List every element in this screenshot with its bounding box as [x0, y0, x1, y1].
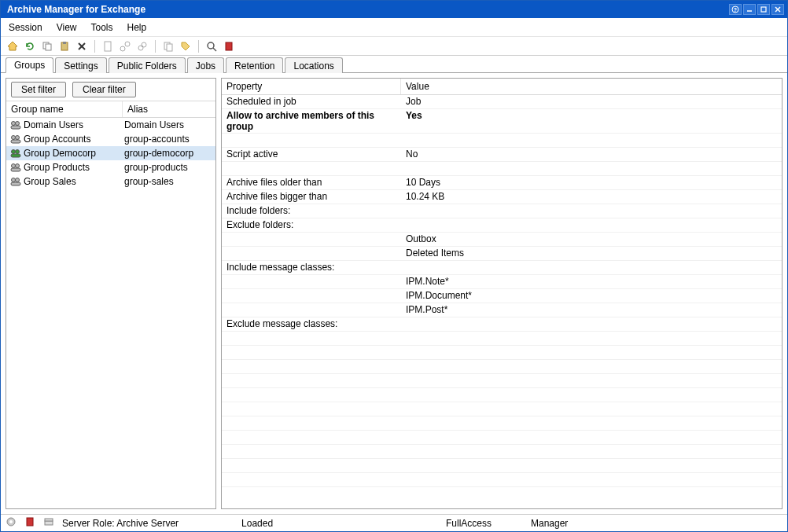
tab-locations[interactable]: Locations — [285, 57, 342, 73]
status-loaded: Loaded — [241, 518, 281, 529]
help-button[interactable]: ? — [729, 4, 742, 15]
status-bar: Server Role: Archive Server Loaded FullA… — [1, 514, 787, 531]
property-name: Allow to archive members of this group — [222, 109, 401, 133]
header-group-name[interactable]: Group name — [6, 101, 123, 117]
link2-icon[interactable] — [135, 39, 149, 53]
property-row — [222, 388, 782, 402]
property-value — [401, 204, 782, 218]
search-icon[interactable] — [204, 39, 219, 53]
svg-rect-40 — [27, 518, 33, 526]
property-name — [222, 289, 401, 303]
tab-settings[interactable]: Settings — [55, 57, 106, 73]
set-filter-button[interactable]: Set filter — [11, 82, 66, 97]
minimize-button[interactable] — [743, 4, 756, 15]
header-property[interactable]: Property — [222, 79, 401, 94]
property-row — [222, 374, 782, 388]
toolbar-separator — [198, 40, 199, 53]
property-name — [222, 162, 401, 175]
app-window: Archive Manager for Exchange ? Session V… — [0, 0, 788, 532]
group-name: Group Products — [24, 162, 124, 173]
group-icon — [9, 119, 22, 131]
paste-icon[interactable] — [57, 39, 72, 53]
toolbar — [1, 37, 787, 56]
property-row — [222, 346, 782, 360]
property-row: Outbox — [222, 233, 782, 247]
svg-text:?: ? — [734, 7, 737, 13]
refresh-icon[interactable] — [23, 39, 37, 53]
property-row: Archive files bigger than10.24 KB — [222, 190, 782, 204]
property-name: Exclude message classes: — [222, 317, 401, 331]
menu-view[interactable]: View — [57, 22, 77, 33]
menu-tools[interactable]: Tools — [91, 22, 113, 33]
tab-label: Jobs — [196, 61, 215, 72]
header-alias[interactable]: Alias — [123, 101, 215, 117]
menu-bar: Session View Tools Help — [1, 18, 787, 37]
tab-retention[interactable]: Retention — [226, 57, 283, 73]
group-row[interactable]: Domain UsersDomain Users — [6, 118, 215, 132]
property-value — [401, 332, 782, 345]
property-row: Archive files older than10 Days — [222, 176, 782, 190]
newdoc-icon[interactable] — [101, 39, 115, 53]
svg-point-20 — [208, 42, 214, 49]
property-value — [401, 346, 782, 359]
tag-icon[interactable] — [179, 39, 193, 53]
property-name: Include folders: — [222, 204, 401, 218]
svg-rect-25 — [11, 126, 20, 129]
menu-session[interactable]: Session — [9, 22, 42, 33]
svg-point-36 — [16, 178, 20, 182]
delete-icon[interactable] — [75, 39, 89, 53]
docs-icon[interactable] — [161, 39, 175, 53]
svg-point-33 — [16, 164, 20, 168]
property-value: Outbox — [401, 233, 782, 246]
group-row[interactable]: Group Accountsgroup-accounts — [6, 132, 215, 146]
tab-public-folders[interactable]: Public Folders — [109, 57, 186, 73]
close-button[interactable] — [771, 4, 784, 15]
property-name — [222, 360, 401, 373]
property-row — [222, 416, 782, 431]
property-value: IPM.Post* — [401, 303, 782, 317]
group-row[interactable]: Group Salesgroup-sales — [6, 174, 215, 189]
status-gear-icon — [6, 516, 17, 530]
filter-row: Set filter Clear filter — [6, 79, 215, 101]
tab-groups[interactable]: Groups — [6, 57, 53, 73]
property-name — [222, 473, 401, 486]
group-name: Group Accounts — [24, 134, 124, 145]
toolbar-separator — [94, 40, 95, 53]
svg-rect-12 — [105, 42, 111, 51]
toolbar-separator — [155, 40, 156, 53]
property-value — [401, 261, 782, 274]
home-icon[interactable] — [6, 39, 20, 53]
maximize-button[interactable] — [757, 4, 770, 15]
svg-rect-41 — [45, 521, 53, 525]
svg-rect-9 — [63, 42, 66, 44]
copy-icon[interactable] — [40, 39, 54, 53]
svg-point-14 — [125, 42, 130, 46]
group-row[interactable]: Group Productsgroup-products — [6, 160, 215, 174]
tab-jobs[interactable]: Jobs — [187, 57, 224, 73]
title-bar: Archive Manager for Exchange ? — [1, 1, 787, 18]
group-list[interactable]: Domain UsersDomain UsersGroup Accountsgr… — [6, 118, 215, 508]
property-row — [222, 332, 782, 346]
property-row — [222, 162, 782, 176]
status-server-role: Server Role: Archive Server — [62, 518, 179, 529]
property-name — [222, 346, 401, 359]
tab-label: Settings — [64, 61, 98, 72]
property-value: 10.24 KB — [401, 190, 782, 204]
group-icon — [9, 175, 22, 188]
link1-icon[interactable] — [118, 39, 132, 53]
window-title: Archive Manager for Exchange — [4, 4, 727, 15]
property-value — [401, 134, 782, 147]
header-value[interactable]: Value — [401, 79, 782, 94]
property-row: IPM.Post* — [222, 303, 782, 317]
book-icon[interactable] — [222, 39, 236, 53]
svg-point-29 — [12, 150, 16, 154]
menu-help[interactable]: Help — [127, 22, 147, 33]
svg-rect-37 — [11, 182, 20, 185]
groups-panel: Set filter Clear filter Group name Alias… — [6, 78, 216, 509]
clear-filter-button[interactable]: Clear filter — [72, 82, 136, 97]
svg-point-32 — [12, 164, 16, 168]
property-name — [222, 459, 401, 472]
property-value — [401, 445, 782, 458]
property-value: IPM.Document* — [401, 289, 782, 303]
group-row[interactable]: Group Democorpgroup-democorp — [6, 146, 215, 160]
